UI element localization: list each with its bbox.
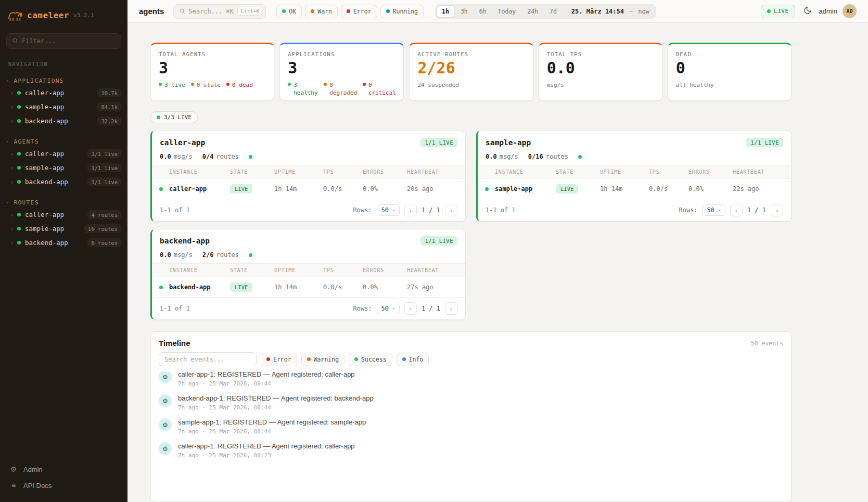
heartbeat-cell: 27s ago [407, 284, 465, 291]
timeline-event[interactable]: ⚙ backend-app-1: REGISTERED — Agent regi… [159, 391, 783, 415]
avatar[interactable]: AD [843, 4, 857, 18]
timeline-card: Timeline 50 events Error Warning Success [150, 331, 792, 502]
running-dot [386, 9, 390, 13]
routes-unit: routes [216, 153, 239, 160]
rows-per-page-select[interactable]: 50 ▾ [703, 204, 725, 216]
range-start-time: 25. März 14:54 [571, 8, 624, 15]
timeline-filter-warning[interactable]: Warning [301, 353, 344, 366]
rows-per-page-select[interactable]: 50 ▾ [377, 303, 400, 314]
app-live-badge: 1/1 LIVE [746, 138, 783, 147]
filter-chip-error[interactable]: Error [341, 5, 377, 18]
admin-link[interactable]: ⚙ Admin [9, 465, 118, 473]
prev-page-button[interactable]: ‹ [404, 204, 417, 216]
gear-icon: ⚙ [9, 465, 18, 473]
errors-cell: 0.0% [363, 185, 407, 192]
item-label: sample-app [25, 164, 64, 172]
filter-chip-ok[interactable]: OK [276, 5, 302, 18]
moon-icon [803, 6, 812, 16]
rows-label: Rows: [353, 305, 372, 312]
api-docs-link[interactable]: ≡ API Docs [9, 481, 118, 490]
sidebar-item-agents-caller-app[interactable]: › caller-app 1/1 live [0, 147, 127, 161]
section-routes: ▾ ROUTES › caller-app 4 routes › sample-… [0, 198, 127, 250]
timeline-search-input[interactable] [159, 352, 257, 366]
status-dot [17, 152, 21, 156]
range-today[interactable]: Today [493, 5, 521, 18]
sidebar-item-applications-backend-app[interactable]: › backend-app 32.2k [0, 114, 127, 128]
item-label: backend-app [25, 178, 68, 186]
chip-label: Warn [317, 8, 332, 15]
timeline-event[interactable]: ⚙ sample-app-1: REGISTERED — Agent regis… [159, 415, 783, 439]
status-dot [17, 119, 21, 123]
sidebar-item-routes-sample-app[interactable]: › sample-app 16 routes [0, 222, 127, 236]
stat-meta: msg/s [547, 81, 654, 89]
app-card-title: sample-app [486, 138, 531, 147]
timeline-event[interactable]: ⚙ caller-app-1: REGISTERED — Agent regis… [159, 439, 783, 462]
timeline-filter-info[interactable]: Info [397, 353, 429, 366]
range-3h[interactable]: 3h [455, 5, 473, 18]
live-summary-label: 3/3 LIVE [164, 114, 192, 121]
status-dot [17, 227, 21, 230]
search-input[interactable] [188, 8, 234, 15]
col-errors: ERRORS [363, 169, 407, 175]
rows-per-page-select[interactable]: 50 ▾ [377, 204, 400, 216]
dark-mode-toggle[interactable] [803, 6, 812, 16]
instance-row-caller-app[interactable]: caller-app LIVE 1h 14m 0.0/s 0.0% 20s ag… [152, 179, 465, 199]
section-header-routes[interactable]: ▾ ROUTES [0, 198, 127, 208]
next-page-button[interactable]: › [445, 302, 457, 315]
instance-row-backend-app[interactable]: backend-app LIVE 1h 14m 0.0/s 0.0% 27s a… [152, 277, 465, 297]
timeline-event[interactable]: ⚙ caller-app-1: REGISTERED — Agent regis… [159, 371, 783, 391]
range-6h[interactable]: 6h [474, 5, 492, 18]
app-card-title: caller-app [160, 138, 205, 147]
filter-chip-warn[interactable]: Warn [305, 5, 338, 18]
sidebar-item-agents-backend-app[interactable]: › backend-app 1/1 live [0, 175, 127, 189]
timeline-filter-success[interactable]: Success [349, 353, 392, 366]
live-dot [767, 9, 771, 13]
timeline-event-list[interactable]: ⚙ caller-app-1: REGISTERED — Agent regis… [151, 371, 791, 501]
stat-meta: all healthy [676, 81, 783, 89]
prev-page-button[interactable]: ‹ [730, 204, 743, 216]
event-gear-icon: ⚙ [159, 371, 172, 383]
stat-total-agents: TOTAL AGENTS 3 3 live 0 stale 0 dead [150, 43, 274, 101]
state-badge: LIVE [230, 282, 252, 292]
routes-value: 2/6 [202, 251, 214, 259]
error-dot [266, 357, 270, 361]
section-header-agents[interactable]: ▾ AGENTS [0, 137, 127, 147]
chevron-right-icon: › [11, 179, 13, 185]
range-1h[interactable]: 1h [437, 5, 454, 18]
global-search[interactable]: Ctrl+K [173, 4, 266, 19]
stat-value: 3 [159, 59, 266, 78]
range-7d[interactable]: 7d [544, 5, 562, 18]
item-label: backend-app [25, 117, 68, 125]
live-dot [159, 83, 162, 86]
prev-page-button[interactable]: ‹ [404, 302, 417, 315]
page-indicator: 1 / 1 [422, 207, 440, 214]
degraded-dot [324, 83, 327, 86]
sidebar-item-agents-sample-app[interactable]: › sample-app 1/1 live [0, 161, 127, 175]
range-separator: — [629, 8, 633, 15]
event-title: caller-app-1: REGISTERED — Agent registe… [178, 442, 355, 450]
stat-value: 0 [676, 59, 783, 78]
sidebar-item-routes-caller-app[interactable]: › caller-app 4 routes [0, 208, 127, 222]
page-title: agents [139, 7, 164, 16]
sidebar-item-applications-sample-app[interactable]: › sample-app 84.1k [0, 100, 127, 114]
instance-row-sample-app[interactable]: sample-app LIVE 1h 14m 0.0/s 0.0% 22s ag… [478, 179, 791, 199]
sidebar-filter[interactable] [6, 33, 121, 49]
stat-label: TOTAL AGENTS [159, 51, 266, 57]
sidebar-item-routes-backend-app[interactable]: › backend-app 6 routes [0, 236, 127, 250]
tps-value: 0.0 [160, 251, 171, 259]
section-header-applications[interactable]: ▾ APPLICATIONS [0, 76, 127, 86]
range-24h[interactable]: 24h [522, 5, 543, 18]
next-page-button[interactable]: › [445, 204, 457, 216]
item-count-badge: 1/1 live [87, 177, 121, 186]
warn-dot [311, 9, 314, 13]
stat-label: APPLICATIONS [288, 51, 395, 57]
activity-dot [249, 253, 252, 257]
navigation-label: NAVIGATION [8, 61, 119, 67]
filter-chip-running[interactable]: Running [380, 5, 424, 18]
chevron-right-icon: › [11, 240, 13, 246]
sidebar-item-applications-caller-app[interactable]: › caller-app 10.7k [0, 86, 127, 100]
timeline-filter-error[interactable]: Error [261, 353, 297, 366]
next-page-button[interactable]: › [771, 204, 783, 216]
search-shortcut-badge: Ctrl+K [237, 7, 262, 16]
sidebar-filter-input[interactable] [22, 37, 116, 45]
